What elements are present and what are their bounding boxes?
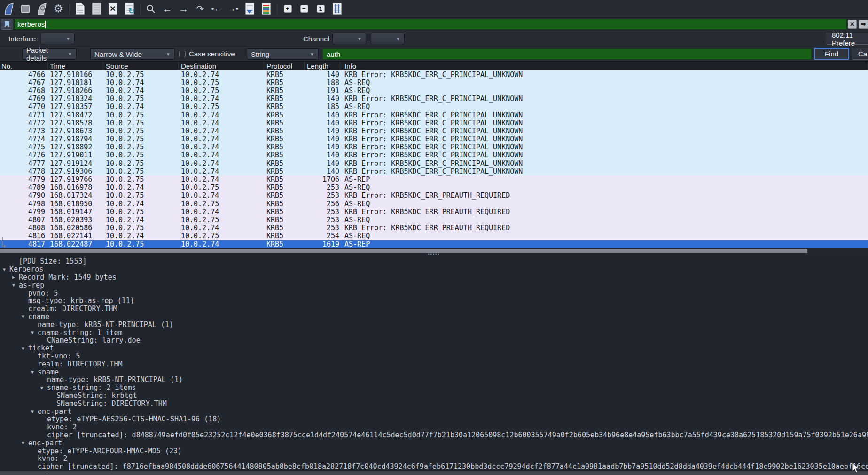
packet-row[interactable]: 4790168.01732410.0.2.7510.0.2.74KRB5253K… bbox=[0, 192, 868, 200]
packet-row-selected[interactable]: 4817168.02248710.0.2.7510.0.2.74KRB51619… bbox=[0, 240, 868, 248]
close-file-icon[interactable]: ✕ bbox=[106, 2, 120, 16]
expand-open-icon[interactable]: ▼ bbox=[22, 440, 28, 445]
open-file-icon[interactable] bbox=[73, 2, 87, 16]
detail-row[interactable]: ▼Kerberos bbox=[0, 265, 868, 273]
detail-row[interactable]: realm: DIRECTORY.THM bbox=[0, 360, 868, 368]
packet-row[interactable]: 4766127.91816610.0.2.7510.0.2.74KRB5140K… bbox=[0, 70, 868, 78]
detail-row[interactable]: pvno: 5 bbox=[0, 289, 868, 297]
detail-row[interactable]: ▼sname bbox=[0, 368, 868, 376]
capture-options-icon[interactable]: ⚙ bbox=[51, 2, 65, 16]
detail-row[interactable]: ▶Record Mark: 1549 bytes bbox=[0, 273, 868, 281]
detail-row[interactable]: name-type: kRB5-NT-PRINCIPAL (1) bbox=[0, 376, 868, 384]
packet-row[interactable]: 4789168.01697810.0.2.7410.0.2.75KRB5253A… bbox=[0, 184, 868, 192]
pane-splitter-handle[interactable]: ••••• bbox=[428, 252, 440, 257]
packet-row[interactable]: 4768127.91826610.0.2.7410.0.2.75KRB5191A… bbox=[0, 86, 868, 94]
detail-row[interactable]: kvno: 2 bbox=[0, 423, 868, 431]
detail-row[interactable]: etype: eTYPE-ARCFOUR-HMAC-MD5 (23) bbox=[0, 447, 868, 455]
detail-row[interactable]: ▼as-rep bbox=[0, 281, 868, 289]
restart-capture-icon[interactable] bbox=[35, 2, 49, 16]
detail-row[interactable]: ▼cname-string: 1 item bbox=[0, 328, 868, 336]
detail-row[interactable]: ▼ticket bbox=[0, 344, 868, 352]
column-header-destination[interactable]: Destination bbox=[179, 62, 264, 70]
find-type-dropdown[interactable]: String▼ bbox=[247, 48, 319, 60]
column-header-source[interactable]: Source bbox=[103, 62, 179, 70]
filter-apply-button[interactable]: ➡ bbox=[859, 20, 868, 29]
detail-row[interactable]: SNameString: krbtgt bbox=[0, 392, 868, 400]
case-sensitive-checkbox[interactable] bbox=[179, 51, 186, 57]
expand-open-icon[interactable]: ▼ bbox=[22, 314, 28, 319]
channel-offset-dropdown[interactable]: ▼ bbox=[371, 33, 405, 44]
packet-row[interactable]: 4807168.02039310.0.2.7410.0.2.75KRB5253A… bbox=[0, 216, 868, 224]
zoom-original-icon[interactable]: 1 bbox=[313, 2, 328, 16]
expand-open-icon[interactable]: ▼ bbox=[3, 267, 9, 272]
colorize-packets-icon[interactable] bbox=[259, 2, 273, 16]
packet-row[interactable]: 4773127.91867310.0.2.7510.0.2.74KRB5140K… bbox=[0, 127, 868, 135]
filter-clear-button[interactable]: ✕ bbox=[848, 20, 857, 29]
save-file-icon[interactable] bbox=[89, 2, 103, 16]
packet-row[interactable]: 4776127.91901110.0.2.7510.0.2.74KRB5140K… bbox=[0, 151, 868, 159]
packet-row[interactable]: 4799168.01914710.0.2.7510.0.2.74KRB5253K… bbox=[0, 208, 868, 216]
details-hscrollbar[interactable] bbox=[0, 471, 868, 475]
expand-open-icon[interactable]: ▼ bbox=[22, 346, 28, 351]
detail-row[interactable]: CNameString: larry.doe bbox=[0, 336, 868, 344]
column-header-info[interactable]: Info bbox=[340, 62, 868, 70]
reload-file-icon[interactable]: ↻ bbox=[122, 2, 136, 16]
column-header-length[interactable]: Length bbox=[305, 62, 340, 70]
column-header-protocol[interactable]: Protocol bbox=[264, 62, 305, 70]
find-charwidth-dropdown[interactable]: Narrow & Wide▼ bbox=[90, 48, 175, 60]
stop-capture-icon[interactable] bbox=[18, 2, 32, 16]
detail-row[interactable]: kvno: 2 bbox=[0, 455, 868, 463]
packet-row[interactable]: 4770127.91835710.0.2.7410.0.2.75KRB5185A… bbox=[0, 103, 868, 111]
zoom-out-icon[interactable]: − bbox=[297, 2, 311, 16]
detail-row[interactable]: ▼sname-string: 2 items bbox=[0, 384, 868, 392]
wireless-preferences-button[interactable]: 802.11 Prefere bbox=[827, 33, 868, 45]
detail-row[interactable]: crealm: DIRECTORY.THM bbox=[0, 305, 868, 313]
packet-row[interactable]: 4774127.91879410.0.2.7510.0.2.74KRB5140K… bbox=[0, 135, 868, 143]
expand-open-icon[interactable]: ▼ bbox=[12, 282, 19, 288]
auto-scroll-icon[interactable] bbox=[242, 2, 257, 16]
packet-row[interactable]: 4772127.91857810.0.2.7510.0.2.74KRB5140K… bbox=[0, 119, 868, 127]
detail-row[interactable]: [PDU Size: 1553] bbox=[0, 257, 868, 265]
detail-row[interactable]: cipher [truncated]: f8716efbaa984508ddde… bbox=[0, 463, 868, 471]
go-forward-icon[interactable]: → bbox=[177, 2, 191, 16]
detail-row[interactable]: cipher [truncated]: d8488749aefd0f05e232… bbox=[0, 431, 868, 439]
go-last-packet-icon[interactable]: →• bbox=[226, 2, 240, 16]
detail-row[interactable]: ▼enc-part bbox=[0, 439, 868, 447]
detail-row[interactable]: ▼enc-part bbox=[0, 407, 868, 415]
filter-bookmark-button[interactable] bbox=[1, 19, 13, 30]
resize-columns-icon[interactable] bbox=[330, 2, 344, 16]
packet-row[interactable]: 4769127.91832410.0.2.7510.0.2.74KRB5140K… bbox=[0, 95, 868, 103]
detail-row[interactable]: SNameString: DIRECTORY.THM bbox=[0, 399, 868, 407]
cancel-button[interactable]: Ca bbox=[852, 48, 868, 60]
column-header-no[interactable]: No. bbox=[0, 62, 48, 70]
expand-open-icon[interactable]: ▼ bbox=[31, 330, 38, 335]
expand-open-icon[interactable]: ▼ bbox=[31, 409, 38, 414]
go-first-packet-icon[interactable]: •← bbox=[210, 2, 224, 16]
go-back-icon[interactable]: ← bbox=[160, 2, 174, 16]
expand-closed-icon[interactable]: ▶ bbox=[12, 274, 19, 280]
interface-dropdown[interactable]: ▼ bbox=[41, 33, 75, 44]
detail-row[interactable]: ▼cname bbox=[0, 313, 868, 321]
find-input[interactable]: auth bbox=[322, 48, 812, 60]
column-header-time[interactable]: Time bbox=[48, 62, 103, 70]
detail-row[interactable]: etype: eTYPE-AES256-CTS-HMAC-SHA1-96 (18… bbox=[0, 415, 868, 423]
packet-row[interactable]: 4777127.91912410.0.2.7510.0.2.74KRB5140K… bbox=[0, 159, 868, 167]
detail-row[interactable]: tkt-vno: 5 bbox=[0, 352, 868, 360]
packet-row[interactable]: 4816168.02214110.0.2.7410.0.2.75KRB5254A… bbox=[0, 232, 868, 240]
detail-row[interactable]: msg-type: krb-as-rep (11) bbox=[0, 297, 868, 305]
find-scope-dropdown[interactable]: Packet details▼ bbox=[22, 48, 77, 60]
expand-open-icon[interactable]: ▼ bbox=[40, 385, 47, 390]
packet-row[interactable]: 4798168.01895010.0.2.7410.0.2.75KRB5256A… bbox=[0, 200, 868, 208]
packet-list-hscrollbar[interactable]: ••••• bbox=[0, 248, 868, 254]
detail-row[interactable]: name-type: kRB5-NT-PRINCIPAL (1) bbox=[0, 320, 868, 328]
packet-row[interactable]: 4779127.91976610.0.2.7510.0.2.74KRB51706… bbox=[0, 175, 868, 183]
find-button[interactable]: Find bbox=[814, 48, 849, 60]
zoom-in-icon[interactable]: + bbox=[281, 2, 295, 16]
wireshark-start-capture-icon[interactable] bbox=[2, 2, 16, 16]
find-packet-icon[interactable] bbox=[144, 2, 158, 16]
expand-open-icon[interactable]: ▼ bbox=[31, 369, 38, 374]
packet-row[interactable]: 4808168.02058610.0.2.7510.0.2.74KRB5253K… bbox=[0, 224, 868, 232]
packet-row[interactable]: 4778127.91930610.0.2.7510.0.2.74KRB5140K… bbox=[0, 167, 868, 175]
packet-row[interactable]: 4771127.91847210.0.2.7510.0.2.74KRB5140K… bbox=[0, 111, 868, 119]
hscrollbar-thumb[interactable] bbox=[0, 249, 807, 253]
